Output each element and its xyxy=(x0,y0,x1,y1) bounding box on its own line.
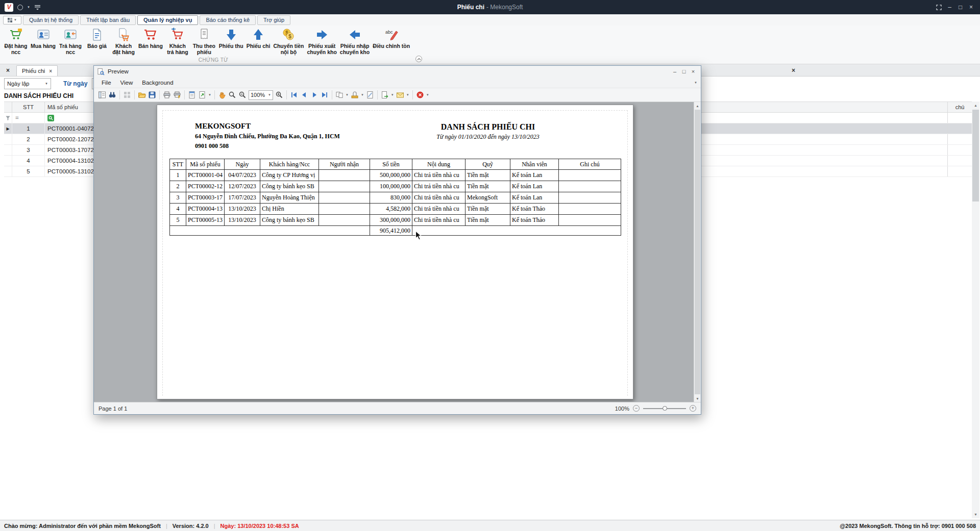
tab-quan-tri-he-thong[interactable]: Quản trị hệ thống xyxy=(23,15,79,25)
sort-field-combo[interactable]: Ngày lập ▼ xyxy=(4,78,51,89)
scroll-up-icon[interactable]: ▲ xyxy=(972,102,979,109)
page-color-dropdown-icon[interactable]: ▼ xyxy=(360,93,365,96)
ribbon-button-bao-gia[interactable]: Báo giá xyxy=(84,28,110,49)
tab-tro-giup[interactable]: Trợ giúp xyxy=(257,15,290,25)
magnifier-icon[interactable] xyxy=(227,89,237,100)
menu-overflow-icon[interactable]: ▼ xyxy=(694,81,701,84)
open-icon[interactable] xyxy=(137,89,147,100)
zoom-out-button[interactable]: − xyxy=(633,405,640,412)
email-dropdown-icon[interactable]: ▼ xyxy=(405,93,410,96)
scale-icon[interactable] xyxy=(197,89,207,100)
preview-vertical-scrollbar[interactable]: ▲ ▼ xyxy=(694,102,701,402)
ribbon-button-tra-hang-ncc[interactable]: Trả hàng ncc xyxy=(57,28,84,55)
maximize-button[interactable]: □ xyxy=(955,4,965,11)
tab-bao-cao-thong-ke[interactable]: Báo cáo thống kê xyxy=(200,15,256,25)
minimize-button[interactable]: – xyxy=(945,4,954,11)
ribbon-button-phieu-nhap-chuyen-kho[interactable]: Phiếu nhập chuyển kho xyxy=(338,28,371,55)
column-header-stt[interactable]: STT xyxy=(12,102,45,112)
arrow-right-blue-icon xyxy=(315,28,329,42)
ribbon-button-mua-hang[interactable]: Mua hàng xyxy=(29,28,57,49)
column-header-ghichu-partial[interactable]: chú xyxy=(947,102,972,112)
page-setup-icon[interactable] xyxy=(187,89,197,100)
multiple-pages-icon[interactable] xyxy=(334,89,345,100)
thumbnails-icon[interactable] xyxy=(122,89,132,100)
last-page-icon[interactable] xyxy=(320,89,330,100)
preview-titlebar[interactable]: Preview – □ × xyxy=(94,66,701,77)
scroll-down-icon[interactable]: ▼ xyxy=(972,511,979,518)
zoom-combo[interactable]: 100%▼ xyxy=(249,90,273,100)
ribbon-button-phieu-chi[interactable]: Phiếu chi xyxy=(245,28,272,49)
fit-window-icon[interactable] xyxy=(934,5,944,10)
scroll-down-icon[interactable]: ▼ xyxy=(694,395,701,402)
save-icon[interactable] xyxy=(147,89,157,100)
report-company-name: MEKONGSOFT xyxy=(195,122,340,131)
multiple-pages-dropdown-icon[interactable]: ▼ xyxy=(345,93,350,96)
first-page-icon[interactable] xyxy=(289,89,299,100)
cart-green-icon xyxy=(9,28,23,42)
zoom-out-icon[interactable] xyxy=(237,89,248,100)
customize-toolbar-icon[interactable] xyxy=(34,4,41,10)
ribbon-button-phieu-thu[interactable]: Phiếu thu xyxy=(217,28,245,49)
welcome-text: Chào mừng: Administrator đến với phần mề… xyxy=(4,523,161,529)
close-preview-dropdown-icon[interactable]: ▼ xyxy=(425,93,430,96)
close-button[interactable]: × xyxy=(966,4,976,11)
menu-view[interactable]: View xyxy=(116,79,138,87)
report-total-row: 905,412,000 xyxy=(170,226,621,236)
doc-tab-phieu-chi[interactable]: Phiếu chi × xyxy=(16,65,58,76)
ribbon-button-dieu-chinh-ton[interactable]: abc Điều chỉnh tồn xyxy=(371,28,411,49)
ribbon-button-thu-theo-phieu[interactable]: Thu theo phiếu xyxy=(191,28,217,55)
export-dropdown-icon[interactable]: ▼ xyxy=(390,93,395,96)
quick-access-dropdown-icon[interactable]: ▼ xyxy=(27,6,30,9)
report-title-block: DANH SÁCH PHIẾU CHI Từ ngày 01/10/2020 đ… xyxy=(401,122,575,141)
ribbon-button-dat-hang-ncc[interactable]: Đặt hàng ncc xyxy=(3,28,29,55)
page-color-icon[interactable] xyxy=(350,89,360,100)
scale-dropdown-icon[interactable]: ▼ xyxy=(207,93,212,96)
preview-area: MEKONGSOFT 64 Nguyễn Đình Chiểu, Phường … xyxy=(94,102,701,402)
quick-access-circle-icon[interactable] xyxy=(17,5,23,10)
preview-maximize-button[interactable]: □ xyxy=(679,68,689,74)
zoom-slider[interactable] xyxy=(643,408,686,409)
list-section-title: DANH SÁCH PHIẾU CHI xyxy=(4,92,74,99)
close-tab-icon[interactable]: × xyxy=(49,68,52,74)
scroll-up-icon[interactable]: ▲ xyxy=(694,102,701,109)
ribbon-button-phieu-xuat-chuyen-kho[interactable]: Phiếu xuất chuyển kho xyxy=(305,28,338,55)
preview-minimize-button[interactable]: – xyxy=(670,68,679,74)
zoom-slider-knob[interactable] xyxy=(663,406,667,411)
ribbon-button-khach-dat-hang[interactable]: Khách đặt hàng xyxy=(110,28,137,55)
arrow-down-blue-icon xyxy=(224,28,238,42)
export-icon[interactable] xyxy=(380,89,390,100)
scrollbar-thumb[interactable] xyxy=(695,110,700,394)
menu-background[interactable]: Background xyxy=(137,79,178,87)
main-vertical-scrollbar[interactable]: ▲ ▼ xyxy=(972,102,979,518)
titlebar: V ▼ Phiếu chi- MekongSoft – □ × xyxy=(0,0,980,14)
tab-quan-ly-nghiep-vu[interactable]: Quản lý nghiệp vụ xyxy=(137,15,198,25)
report-page: MEKONGSOFT 64 Nguyễn Đình Chiểu, Phường … xyxy=(157,105,633,399)
zoom-in-button[interactable]: + xyxy=(690,405,696,412)
ribbon-button-ban-hang[interactable]: Bán hàng xyxy=(137,28,164,49)
svg-text:$: $ xyxy=(289,34,292,39)
close-preview-icon[interactable] xyxy=(415,89,425,100)
preview-close-button[interactable]: × xyxy=(689,68,698,74)
menu-file[interactable]: File xyxy=(97,79,116,87)
close-all-tabs-icon[interactable]: × xyxy=(6,67,10,74)
ribbon-button-khach-tra-hang[interactable]: Khách trả hàng xyxy=(164,28,191,55)
ribbon-button-chuyen-tien-noi-bo[interactable]: $$ Chuyển tiền nội bộ xyxy=(272,28,305,55)
quick-print-icon[interactable] xyxy=(172,89,182,100)
next-page-icon[interactable] xyxy=(309,89,320,100)
email-icon[interactable] xyxy=(395,89,405,100)
zoom-in-icon[interactable] xyxy=(274,89,284,100)
app-logo-icon[interactable]: V xyxy=(5,3,13,12)
ribbon-menu-button[interactable]: ▼ xyxy=(3,16,21,24)
document-map-icon[interactable] xyxy=(97,89,107,100)
filter-operator[interactable]: = xyxy=(12,113,45,123)
scrollbar-thumb[interactable] xyxy=(972,110,979,201)
watermark-icon[interactable] xyxy=(365,89,375,100)
collapse-ribbon-icon[interactable] xyxy=(415,56,422,62)
previous-page-icon[interactable] xyxy=(299,89,309,100)
close-panel-icon[interactable]: × xyxy=(792,67,795,74)
filter-funnel-icon xyxy=(4,113,12,123)
find-icon[interactable] xyxy=(107,89,117,100)
tab-thiet-lap-ban-dau[interactable]: Thiết lập ban đầu xyxy=(80,15,136,25)
hand-tool-icon[interactable] xyxy=(217,89,227,100)
print-icon[interactable] xyxy=(162,89,172,100)
